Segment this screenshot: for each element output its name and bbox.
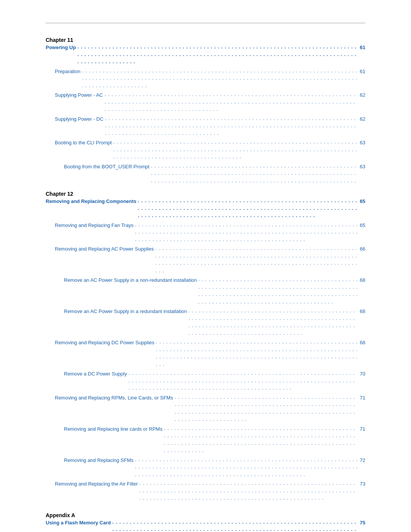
appendixA-label: Appendix A xyxy=(46,512,365,518)
toc-entry[interactable]: Removing and Replacing DC Power Supplies… xyxy=(46,339,365,369)
toc-entry[interactable]: Remove an AC Power Supply in a redundant… xyxy=(46,308,365,338)
toc-entry[interactable]: Booting to the CLI Prompt 63 xyxy=(46,139,365,162)
appendixA-title-row[interactable]: Using a Flash Memory Card 75 xyxy=(46,519,365,532)
toc-entry[interactable]: Removing and Replacing the Air Filter 73 xyxy=(46,480,365,503)
toc-entry[interactable]: Booting from the BOOT_USER Prompt 63 xyxy=(46,163,365,186)
toc-entry[interactable]: Preparation 61 xyxy=(46,68,365,91)
toc-entry[interactable]: Supplying Power - DC 62 xyxy=(46,115,365,138)
toc-entry[interactable]: Removing and Replacing SFMs 72 xyxy=(46,457,365,479)
chapter11-title-text: Powering Up xyxy=(46,44,76,51)
chapter11-dots xyxy=(77,43,358,66)
toc-entry[interactable]: Remove an AC Power Supply in a non-redun… xyxy=(46,276,365,307)
toc-entry[interactable]: Removing and Replacing line cards or RPM… xyxy=(46,425,365,455)
appendixA-title-text: Using a Flash Memory Card xyxy=(46,519,111,527)
chapter11-title-row[interactable]: Powering Up 61 xyxy=(46,44,365,67)
chapter12-title-row[interactable]: Removing and Replacing Components 65 xyxy=(46,198,365,220)
toc-entry[interactable]: Remove a DC Power Supply 70 xyxy=(46,370,365,393)
chapter11-page: 61 xyxy=(360,44,365,51)
toc-entry[interactable]: Removing and Replacing AC Power Supplies… xyxy=(46,245,365,275)
chapter12-page: 65 xyxy=(360,198,365,205)
chapter12-dots xyxy=(138,197,358,220)
chapter12-label: Chapter 12 xyxy=(46,191,365,197)
chapter11-label: Chapter 11 xyxy=(46,37,365,43)
page: Chapter 11 Powering Up 61 Preparation 61… xyxy=(0,0,411,532)
toc-entry[interactable]: Removing and Replacing Fan Trays 65 xyxy=(46,222,365,244)
chapter12-title-text: Removing and Replacing Components xyxy=(46,198,136,205)
toc-entry[interactable]: Removing and Replacing RPMs, Line Cards,… xyxy=(46,394,365,424)
toc-entry[interactable]: Supplying Power - AC 62 xyxy=(46,91,365,114)
top-rule xyxy=(46,23,365,23)
